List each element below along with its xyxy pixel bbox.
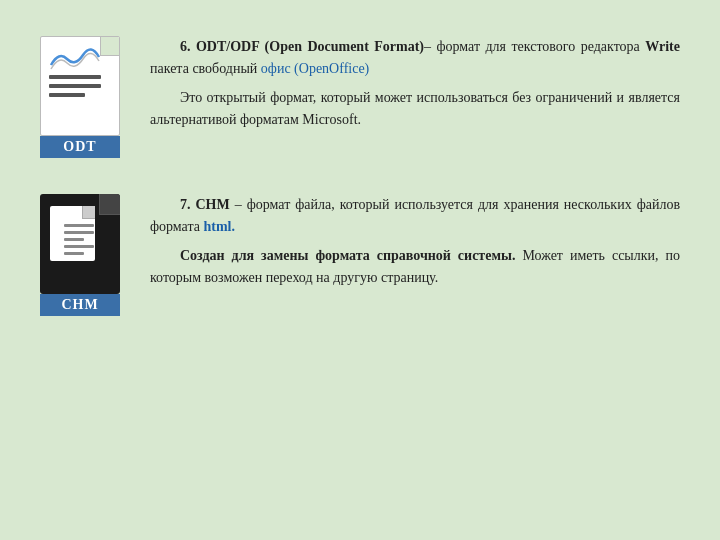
chm-paragraph-1: 7. CHM – формат файла, который используе…	[150, 194, 680, 237]
odt-label: ODT	[40, 136, 120, 158]
odt-open-format-text: Это открытый формат, который может испол…	[150, 90, 680, 127]
odt-icon: ODT	[40, 36, 130, 146]
chm-page-line	[64, 252, 84, 255]
chm-page-graphic	[50, 206, 95, 261]
odt-desc-text-2: пакета свободный	[150, 61, 261, 76]
chm-page-line	[64, 245, 94, 248]
chm-title-text: 7. CHM	[180, 197, 230, 212]
odt-doc-line	[49, 84, 101, 88]
chm-page-line	[64, 231, 94, 234]
chm-created-text: Создан для замены формата справочной сис…	[180, 248, 515, 263]
chm-icon: CHM	[40, 194, 130, 304]
chm-page-line	[64, 224, 94, 227]
chm-icon-container: CHM	[40, 194, 130, 304]
odt-title-text: 6. ODT/ODF (Open Document Format)	[180, 39, 424, 54]
odt-doc-line	[49, 75, 101, 79]
odt-write-text: Write	[645, 39, 680, 54]
chm-text-content: 7. CHM – формат файла, который используе…	[150, 194, 680, 289]
chm-html-link: html.	[203, 219, 235, 234]
odt-desc-text-1: – формат для текстового редактора	[424, 39, 645, 54]
odt-doc-line	[49, 93, 85, 97]
odt-text-content: 6. ODT/ODF (Open Document Format)– форма…	[150, 36, 680, 131]
odt-office-link: офис (OpenOffice)	[261, 61, 369, 76]
chm-paragraph-2: Создан для замены формата справочной сис…	[150, 245, 680, 288]
odt-wave-graphic	[49, 47, 101, 71]
chm-section: CHM 7. CHM – формат файла, который испол…	[30, 178, 690, 320]
odt-icon-container: ODT	[40, 36, 130, 146]
odt-paragraph-1: 6. ODT/ODF (Open Document Format)– форма…	[150, 36, 680, 79]
odt-paragraph-2: Это открытый формат, который может испол…	[150, 87, 680, 130]
chm-label: CHM	[40, 294, 120, 316]
chm-page-line	[64, 238, 84, 241]
odt-section: ODT 6. ODT/ODF (Open Document Format)– ф…	[30, 20, 690, 162]
